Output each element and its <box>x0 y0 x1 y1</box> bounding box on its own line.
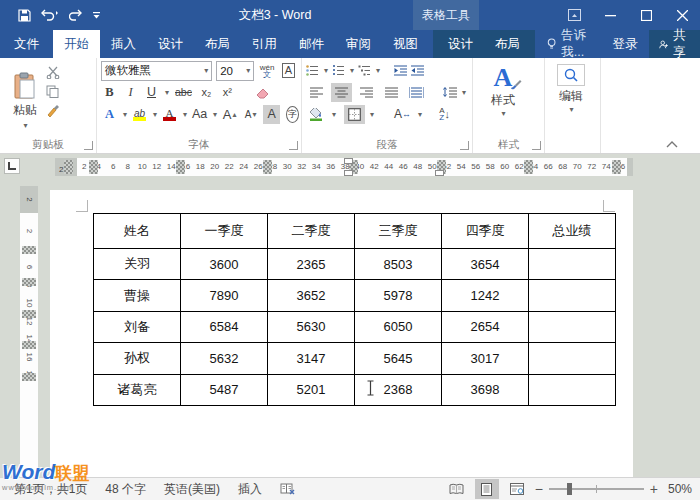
caret-down-icon[interactable]: ▾ <box>123 110 127 119</box>
table-row-marker[interactable] <box>22 310 36 318</box>
table-cell[interactable]: 一季度 <box>181 214 268 249</box>
horizontal-ruler[interactable]: 2 24681012141618202224262830323436384042… <box>55 158 633 176</box>
table-cell[interactable]: 3147 <box>268 343 355 374</box>
table-cell[interactable]: 5978 <box>355 280 442 311</box>
asian-layout-button[interactable]: A↔ <box>392 105 413 124</box>
change-case-button[interactable]: Aa <box>191 105 208 124</box>
proofing-status-button[interactable] <box>280 483 295 495</box>
table-row-marker[interactable] <box>22 278 36 286</box>
subscript-button[interactable]: x₂ <box>198 83 215 102</box>
right-indent-marker[interactable] <box>435 170 444 176</box>
caret-down-icon[interactable]: ▾ <box>418 110 422 119</box>
table-cell[interactable]: 5630 <box>268 311 355 342</box>
increase-indent-button[interactable] <box>411 65 424 76</box>
table-column-marker[interactable] <box>89 160 98 174</box>
align-left-button[interactable] <box>306 83 327 102</box>
sign-in-button[interactable]: 登录 <box>602 30 649 58</box>
tell-me-box[interactable]: 告诉我... <box>547 30 602 58</box>
redo-icon[interactable] <box>69 9 82 21</box>
align-right-button[interactable] <box>356 83 377 102</box>
decrease-indent-button[interactable] <box>394 65 407 76</box>
table-cell[interactable]: 5632 <box>181 343 268 374</box>
distribute-button[interactable] <box>406 83 427 102</box>
table-cell[interactable]: 6050 <box>355 311 442 342</box>
table-row-marker[interactable] <box>22 373 36 381</box>
numbering-button[interactable] <box>332 65 345 76</box>
table-cell[interactable]: 诸葛亮 <box>94 374 181 405</box>
close-button[interactable] <box>664 0 700 30</box>
table-cell[interactable]: 三季度 <box>355 214 442 249</box>
undo-icon[interactable] <box>41 9 59 21</box>
bullets-button[interactable] <box>306 65 319 76</box>
zoom-slider-track[interactable] <box>549 488 644 490</box>
editing-button[interactable]: 编辑 ▾ <box>549 60 593 114</box>
caret-down-icon[interactable]: ▾ <box>213 110 217 119</box>
word-count[interactable]: 48 个字 <box>105 481 146 498</box>
table-column-marker[interactable] <box>524 160 533 174</box>
table-column-marker[interactable] <box>64 160 73 174</box>
first-line-indent-marker[interactable] <box>344 158 353 164</box>
table-cell[interactable]: 关羽 <box>94 249 181 280</box>
customize-qat-icon[interactable] <box>92 11 101 20</box>
text-effects-button[interactable]: A <box>101 105 118 124</box>
table-cell[interactable]: 孙权 <box>94 343 181 374</box>
ribbon-tab[interactable]: 视图 <box>382 30 429 58</box>
cut-button[interactable] <box>46 66 61 79</box>
caret-down-icon[interactable]: ▾ <box>183 110 187 119</box>
text-highlight-button[interactable]: ab <box>131 105 148 124</box>
caret-down-icon[interactable]: ▾ <box>370 110 374 119</box>
data-table[interactable]: 姓名一季度二季度三季度四季度总业绩关羽3600236585033654曹操789… <box>93 213 616 406</box>
insert-mode-status[interactable]: 插入 <box>238 481 262 498</box>
caret-down-icon[interactable]: ▾ <box>376 66 380 75</box>
print-layout-button[interactable] <box>475 479 499 499</box>
table-cell[interactable]: 四季度 <box>442 214 529 249</box>
caret-down-icon[interactable]: ▾ <box>324 66 328 75</box>
web-layout-button[interactable] <box>505 479 529 499</box>
caret-down-icon[interactable]: ▾ <box>332 110 336 119</box>
ribbon-tab[interactable]: 开始 <box>53 30 100 58</box>
table-cell[interactable]: 3017 <box>442 343 529 374</box>
shrink-font-button[interactable]: A▾ <box>242 105 259 124</box>
table-cell[interactable]: 7890 <box>181 280 268 311</box>
table-cell[interactable]: 5645 <box>355 343 442 374</box>
multilevel-list-button[interactable] <box>358 65 371 76</box>
sort-button[interactable]: A Z ↓ <box>434 105 455 124</box>
tab-selector[interactable] <box>4 158 20 174</box>
shading-button[interactable] <box>306 105 327 124</box>
table-row-marker[interactable] <box>22 246 36 254</box>
table-cell[interactable]: 5487 <box>181 374 268 405</box>
collapse-ribbon-button[interactable] <box>666 140 678 148</box>
ribbon-tab[interactable]: 审阅 <box>335 30 382 58</box>
document-page[interactable]: 姓名一季度二季度三季度四季度总业绩关羽3600236585033654曹操789… <box>50 190 633 478</box>
maximize-button[interactable] <box>628 0 664 30</box>
clear-formatting-button[interactable] <box>256 86 271 99</box>
font-name-combo[interactable]: 微软雅黑 ▾ <box>101 61 212 81</box>
caret-down-icon[interactable]: ▾ <box>462 88 466 97</box>
paste-button[interactable]: 粘贴 ▾ <box>4 60 46 137</box>
ribbon-tab[interactable]: 设计 <box>147 30 194 58</box>
justify-button[interactable] <box>381 83 402 102</box>
zoom-in-button[interactable]: + <box>650 481 658 497</box>
table-column-marker[interactable] <box>612 160 621 174</box>
table-cell[interactable]: 1242 <box>442 280 529 311</box>
grow-font-button[interactable]: A▴ <box>221 105 238 124</box>
caret-down-icon[interactable]: ▾ <box>350 66 354 75</box>
character-border-button[interactable]: A <box>280 61 297 80</box>
table-cell[interactable]: 二季度 <box>268 214 355 249</box>
save-icon[interactable] <box>18 9 31 22</box>
ribbon-tab[interactable]: 引用 <box>241 30 288 58</box>
read-mode-button[interactable] <box>445 479 469 499</box>
table-row-marker[interactable] <box>22 341 36 349</box>
font-color-button[interactable]: A <box>161 105 178 124</box>
table-cell[interactable]: 刘备 <box>94 311 181 342</box>
ribbon-display-options-button[interactable] <box>556 0 592 30</box>
table-cell[interactable] <box>529 311 616 342</box>
ribbon-tab[interactable]: 插入 <box>100 30 147 58</box>
dialog-launcher-icon[interactable] <box>532 141 541 150</box>
table-cell[interactable]: 3652 <box>268 280 355 311</box>
ribbon-tab[interactable]: 布局 <box>194 30 241 58</box>
phonetic-guide-button[interactable]: wén 文 <box>258 61 276 80</box>
dialog-launcher-icon[interactable] <box>289 141 298 150</box>
dialog-launcher-icon[interactable] <box>460 141 469 150</box>
table-cell[interactable]: 总业绩 <box>529 214 616 249</box>
